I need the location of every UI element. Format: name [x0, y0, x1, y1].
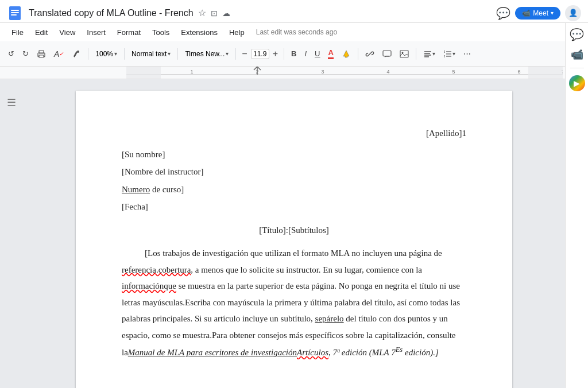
curso-line: Numero de curso] — [122, 181, 466, 198]
font-size-increase[interactable]: + — [270, 48, 280, 60]
separator-3 — [177, 48, 178, 60]
menu-bar: File Edit View Insert Format Tools Exten… — [0, 23, 588, 41]
star-icon[interactable]: ☆ — [198, 7, 206, 18]
comment-button[interactable]: 💬 — [496, 6, 510, 20]
font-dropdown[interactable]: Times New... ▾ — [181, 48, 232, 60]
print-icon — [37, 49, 46, 59]
underline-button[interactable]: U — [311, 47, 323, 60]
para-text-2: , a menos que lo solicite su instructor.… — [191, 265, 422, 274]
articulos-spell: Artículos — [297, 348, 328, 357]
svg-line-8 — [369, 53, 371, 55]
comment-icon — [382, 49, 392, 59]
style-dropdown[interactable]: Normal text ▾ — [128, 48, 174, 60]
bold-button[interactable]: B — [288, 47, 300, 60]
instructor-line: [Nombre del instructor] — [122, 164, 466, 180]
fecha-line: [Fecha] — [122, 199, 466, 215]
cloud-icon[interactable]: ☁ — [222, 9, 230, 18]
highlight-icon — [342, 49, 351, 59]
separator-2 — [124, 48, 125, 60]
svg-text:2: 2 — [256, 69, 258, 75]
spell-check-button[interactable]: A✓ — [51, 47, 67, 61]
svg-rect-9 — [383, 51, 391, 56]
title-icons: ☆ ⊡ ☁ — [198, 7, 230, 18]
meet-chevron: ▾ — [551, 10, 554, 16]
document-page[interactable]: [Apellido]1 [Su nombre] [Nombre del inst… — [76, 91, 512, 388]
menu-edit[interactable]: Edit — [30, 26, 52, 39]
svg-rect-31 — [528, 67, 563, 79]
meet-icon: 📹 — [522, 9, 531, 17]
align-chevron: ▾ — [432, 51, 435, 57]
link-button[interactable] — [362, 47, 378, 61]
share-button[interactable]: 👤 — [565, 5, 581, 21]
svg-rect-30 — [126, 67, 161, 79]
style-chevron: ▾ — [168, 51, 171, 57]
para-edition-1: , 7ª edición (MLA 7Es edición).] — [328, 348, 439, 357]
menu-file[interactable]: File — [7, 26, 28, 39]
body-paragraph[interactable]: [Los trabajos de investigación que utili… — [122, 245, 466, 361]
meet-label: Meet — [533, 9, 548, 17]
toolbar: ↺ ↻ A✓ 100% ▾ Normal text ▾ Times New...… — [0, 41, 588, 67]
undo-button[interactable]: ↺ — [5, 47, 18, 60]
comment-toolbar-button[interactable] — [379, 47, 395, 61]
font-size-input[interactable] — [251, 49, 269, 59]
italic-button[interactable]: I — [301, 47, 310, 60]
paint-format-button[interactable] — [68, 47, 84, 61]
separator-1 — [88, 48, 88, 60]
doc-icon — [7, 5, 23, 21]
image-button[interactable] — [396, 47, 412, 61]
spacing-button[interactable]: ▾ — [440, 47, 459, 61]
para-spell-1: referencia.cobertura — [122, 265, 191, 274]
font-chevron: ▾ — [226, 51, 229, 57]
paint-icon — [72, 49, 81, 59]
align-icon — [423, 49, 432, 59]
color-button[interactable]: A — [324, 46, 336, 61]
numero-underline: Numero — [122, 185, 150, 194]
last-edit-link[interactable]: Last edit was seconds ago — [256, 28, 337, 36]
svg-text:5: 5 — [452, 69, 455, 75]
separator-5 — [284, 48, 284, 60]
menu-extensions[interactable]: Extensions — [176, 26, 222, 39]
para-spell-2: informaciónque — [122, 281, 176, 290]
google-meet-colored-button[interactable]: ▶ — [569, 79, 585, 91]
document-title: Translated copy of MLA Outline - French — [29, 8, 194, 18]
image-icon — [400, 49, 409, 59]
ruler-svg: 1 2 3 4 5 6 7 — [126, 67, 563, 79]
svg-text:6: 6 — [517, 69, 520, 75]
menu-format[interactable]: Format — [113, 26, 145, 39]
font-size-area: − + — [239, 48, 280, 60]
svg-rect-1 — [11, 10, 19, 11]
meet-button[interactable]: 📹 Meet ▾ — [515, 7, 560, 20]
superscript-es: Es — [396, 346, 403, 354]
spacing-chevron: ▾ — [452, 51, 455, 57]
right-tools-panel: 💬 📹 ▶ — [565, 79, 588, 388]
redo-button[interactable]: ↻ — [19, 47, 32, 60]
document-outline-icon[interactable]: ☰ — [7, 96, 16, 109]
ruler: 1 2 3 4 5 6 7 — [0, 67, 588, 79]
align-button[interactable]: ▾ — [420, 47, 439, 61]
style-value: Normal text — [131, 50, 167, 58]
page-area: ☰ [Apellido]1 [Su nombre] [Nombre del in… — [0, 79, 588, 388]
para-text-1: [Los trabajos de investigación que utili… — [145, 249, 442, 258]
meet-icon-colored: ▶ — [574, 79, 580, 88]
svg-text:4: 4 — [386, 69, 389, 75]
svg-rect-6 — [39, 55, 44, 57]
print-button[interactable] — [33, 47, 49, 61]
drive-icon[interactable]: ⊡ — [211, 9, 218, 18]
zoom-dropdown[interactable]: 100% ▾ — [92, 48, 121, 60]
menu-tools[interactable]: Tools — [148, 26, 174, 39]
link-icon — [365, 49, 374, 59]
highlight-button[interactable] — [338, 47, 354, 61]
menu-view[interactable]: View — [55, 26, 80, 39]
font-size-decrease[interactable]: − — [239, 48, 249, 60]
zoom-chevron: ▾ — [114, 51, 117, 57]
menu-insert[interactable]: Insert — [82, 26, 110, 39]
menu-help[interactable]: Help — [225, 26, 249, 39]
title-right-buttons: 💬 📹 Meet ▾ 👤 — [496, 5, 581, 21]
separator-4 — [235, 48, 236, 60]
separator-6 — [358, 48, 358, 60]
spacing-icon — [443, 49, 452, 59]
title-bar: Translated copy of MLA Outline - French … — [0, 0, 588, 23]
more-options-button[interactable]: ⋯ — [460, 47, 474, 60]
left-panel: ☰ — [0, 79, 23, 388]
apellido-header: [Apellido]1 — [426, 129, 466, 138]
